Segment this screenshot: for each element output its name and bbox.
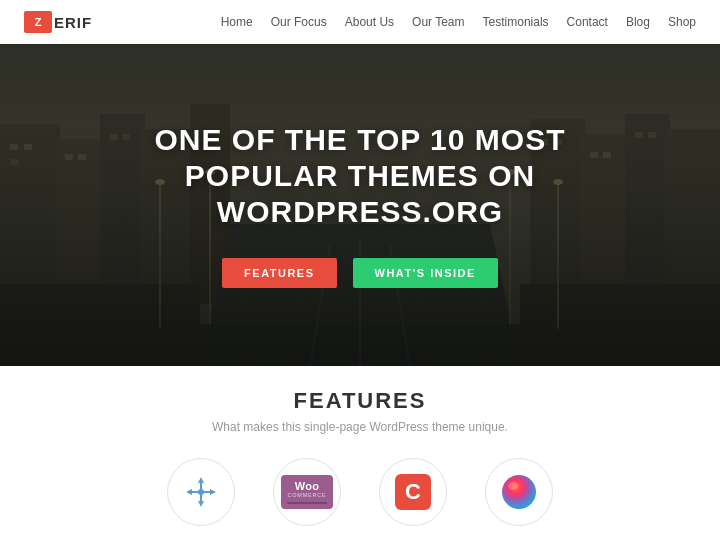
hero-buttons: FEATURES WHAT'S INSIDE xyxy=(222,258,498,288)
svg-marker-42 xyxy=(198,501,204,507)
hero-section: ONE OF THE TOP 10 MOST POPULAR THEMES ON… xyxy=(0,44,720,366)
nav-our-focus[interactable]: Our Focus xyxy=(271,15,327,29)
woo-underline xyxy=(287,502,327,504)
woo-text: Woo xyxy=(295,481,320,492)
header: Z ERIF Home Our Focus About Us Our Team … xyxy=(0,0,720,44)
nav-contact[interactable]: Contact xyxy=(567,15,608,29)
svg-point-46 xyxy=(502,475,536,509)
nav-about-us[interactable]: About Us xyxy=(345,15,394,29)
features-icons-row: Woo COMMERCE C xyxy=(167,458,553,526)
features-section: FEATURES What makes this single-page Wor… xyxy=(0,366,720,540)
main-nav: Home Our Focus About Us Our Team Testimo… xyxy=(221,15,696,29)
colorful-icon xyxy=(500,473,538,511)
hero-title: ONE OF THE TOP 10 MOST POPULAR THEMES ON… xyxy=(100,122,620,230)
feature-icon-c[interactable]: C xyxy=(379,458,447,526)
svg-marker-43 xyxy=(186,489,192,495)
svg-rect-45 xyxy=(197,488,205,496)
svg-marker-41 xyxy=(198,477,204,483)
features-title: FEATURES xyxy=(294,388,427,414)
features-subtitle: What makes this single-page WordPress th… xyxy=(212,420,508,434)
move-icon xyxy=(184,475,218,509)
feature-icon-colorful[interactable] xyxy=(485,458,553,526)
nav-our-team[interactable]: Our Team xyxy=(412,15,464,29)
feature-icon-move[interactable] xyxy=(167,458,235,526)
hero-content: ONE OF THE TOP 10 MOST POPULAR THEMES ON… xyxy=(0,44,720,366)
svg-marker-44 xyxy=(210,489,216,495)
features-button[interactable]: FEATURES xyxy=(222,258,336,288)
woocommerce-badge: Woo COMMERCE xyxy=(281,475,333,509)
commerce-text: COMMERCE xyxy=(287,492,326,500)
svg-point-47 xyxy=(508,482,518,490)
nav-shop[interactable]: Shop xyxy=(668,15,696,29)
logo-icon: Z xyxy=(24,11,52,33)
nav-home[interactable]: Home xyxy=(221,15,253,29)
nav-blog[interactable]: Blog xyxy=(626,15,650,29)
logo-text: ERIF xyxy=(54,14,92,31)
c-icon: C xyxy=(395,474,431,510)
feature-icon-woocommerce[interactable]: Woo COMMERCE xyxy=(273,458,341,526)
logo[interactable]: Z ERIF xyxy=(24,11,92,33)
nav-testimonials[interactable]: Testimonials xyxy=(483,15,549,29)
whats-inside-button[interactable]: WHAT'S INSIDE xyxy=(353,258,498,288)
